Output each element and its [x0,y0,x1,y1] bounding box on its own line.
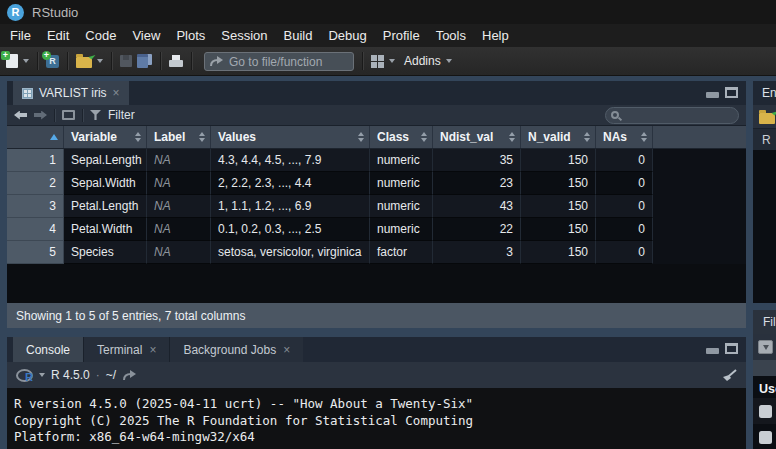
packages-column-header [753,360,776,376]
sort-icon [135,132,141,142]
print-icon[interactable] [169,55,183,67]
goto-working-dir-icon[interactable] [122,370,136,381]
data-viewer-icon [22,88,33,99]
menu-plots[interactable]: Plots [168,25,213,46]
toolbar-separator [191,52,192,70]
tab-environment[interactable]: Environment [753,86,776,100]
addins-caret-icon[interactable] [446,59,452,63]
table-search-input[interactable] [623,109,738,122]
package-checkbox[interactable] [759,405,772,418]
col-header-variable[interactable]: Variable [64,126,147,148]
console-line: Platform: x86_64-w64-mingw32/x64 [14,429,746,446]
tab-background-jobs[interactable]: Background Jobs × [169,337,303,362]
close-tab-icon[interactable]: × [283,345,290,355]
r-version-icon[interactable]: R [16,369,33,382]
filter-button[interactable]: Filter [108,108,135,122]
environment-pane: Environment R [753,81,776,303]
open-in-new-window-icon[interactable] [62,110,75,120]
new-file-icon[interactable] [6,54,18,68]
data-viewer-toolbar: Filter [7,105,746,126]
sort-icon [358,132,364,142]
environment-r-selector[interactable]: R [762,133,771,147]
install-packages-icon[interactable] [758,340,773,354]
table-header-row: Variable Label Values Class Ndist_val N_… [7,126,746,149]
new-file-caret-icon[interactable] [23,59,29,63]
table-row[interactable]: 4 Petal.Width NA 0.1, 0.2, 0.3, ..., 2.5… [7,218,746,241]
new-project-icon[interactable]: R [46,55,59,68]
tab-files[interactable]: Files [753,310,776,334]
environment-scope-row: R [753,128,776,150]
menu-file[interactable]: File [2,25,39,46]
toolbar-separator [111,52,112,70]
col-header-class[interactable]: Class [370,126,433,148]
table-row[interactable]: 3 Petal.Length NA 1, 1.1, 1.2, ..., 6.9 … [7,195,746,218]
load-workspace-icon[interactable] [759,113,775,124]
package-checkbox[interactable] [759,431,772,444]
tab-varlist-iris[interactable]: VARLIST iris × [13,81,129,105]
menu-view[interactable]: View [124,25,168,46]
clear-console-icon[interactable] [721,369,737,382]
menu-edit[interactable]: Edit [39,25,77,46]
minimize-pane-button[interactable] [706,92,719,98]
goto-file-function-wrap [204,52,354,71]
separator-dot: · [96,368,100,382]
col-header-values[interactable]: Values [211,126,370,148]
workbench: VARLIST iris × Filter Variable L [0,76,776,449]
table-row[interactable]: 2 Sepal.Width NA 2, 2.2, 2.3, ..., 4.4 n… [7,172,746,195]
col-header-label[interactable]: Label [147,126,211,148]
save-icon[interactable] [120,55,132,67]
r-version-caret-icon[interactable] [39,373,45,377]
goto-arrow-icon [210,56,223,67]
sort-icon [509,132,515,142]
col-header-nas[interactable]: NAs [596,126,653,148]
table-row[interactable]: 5 Species NA setosa, versicolor, virgini… [7,241,746,264]
open-file-icon[interactable] [76,57,92,68]
menu-debug[interactable]: Debug [320,25,374,46]
console-output[interactable]: R version 4.5.0 (2025-04-11 ucrt) -- "Ho… [7,388,746,449]
col-header-rownum[interactable] [7,126,64,148]
close-tab-icon[interactable]: × [113,88,120,98]
menu-build[interactable]: Build [276,25,321,46]
toolbar-separator [160,52,161,70]
rstudio-logo-icon: R [7,4,24,21]
sort-asc-icon [50,134,58,140]
r-version-label: R 4.5.0 [51,368,90,382]
console-line: R version 4.5.0 (2025-04-11 ucrt) -- "Ho… [14,396,746,413]
titlebar: R RStudio [0,0,776,24]
col-header-ndist-val[interactable]: Ndist_val [433,126,521,148]
maximize-pane-button[interactable] [725,343,738,354]
console-pane: Console Terminal × Background Jobs × R R… [7,337,746,449]
filter-icon[interactable] [90,110,101,120]
menu-profile[interactable]: Profile [375,25,428,46]
minimize-pane-button[interactable] [706,348,719,354]
toolbar-separator [37,52,38,70]
toolbar-separator [67,52,68,70]
pane-layout-icon[interactable] [371,55,384,68]
menu-code[interactable]: Code [77,25,124,46]
addins-button[interactable]: Addins [404,54,441,68]
environment-toolbar [753,105,776,128]
toolbar-separator [54,109,55,122]
console-pane-controls [706,343,738,354]
working-directory[interactable]: ~/ [106,368,116,382]
menu-tools[interactable]: Tools [428,25,474,46]
tab-console[interactable]: Console [13,337,83,362]
menu-help[interactable]: Help [474,25,517,46]
table-row[interactable]: 1 Sepal.Length NA 4.3, 4.4, 4.5, ..., 7.… [7,149,746,172]
pane-layout-caret-icon[interactable] [389,59,395,63]
package-row [753,398,776,424]
col-header-n-valid[interactable]: N_valid [521,126,596,148]
console-tabstrip: Console Terminal × Background Jobs × [7,337,746,362]
sort-icon [584,132,590,142]
close-tab-icon[interactable]: × [149,345,156,355]
save-all-icon[interactable] [137,54,152,68]
sort-icon [199,132,205,142]
maximize-pane-button[interactable] [725,87,738,98]
back-icon[interactable] [14,111,27,120]
open-file-caret-icon[interactable] [97,59,103,63]
goto-file-function-input[interactable] [204,52,354,71]
tab-title: VARLIST iris [39,86,107,100]
menu-session[interactable]: Session [213,25,275,46]
tab-terminal[interactable]: Terminal × [83,337,169,362]
forward-icon[interactable] [34,111,47,120]
